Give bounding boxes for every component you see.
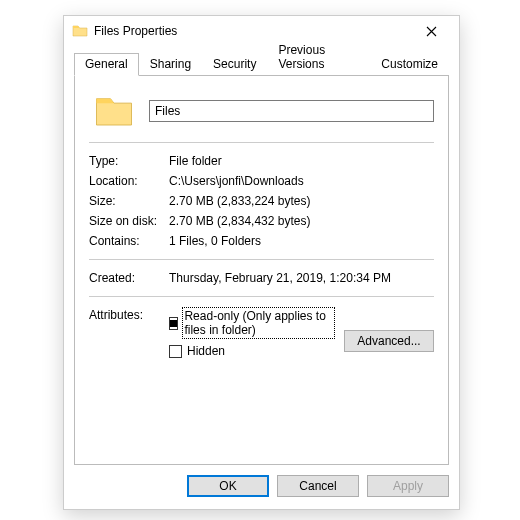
tab-customize[interactable]: Customize: [370, 53, 449, 76]
contains-label: Contains:: [89, 234, 169, 248]
close-button[interactable]: [411, 17, 451, 45]
type-value: File folder: [169, 154, 434, 168]
dialog-buttons: OK Cancel Apply: [64, 475, 459, 509]
advanced-button[interactable]: Advanced...: [344, 330, 434, 352]
hidden-checkbox-row[interactable]: Hidden: [169, 344, 334, 358]
tab-general[interactable]: General: [74, 53, 139, 76]
type-label: Type:: [89, 154, 169, 168]
tab-sharing[interactable]: Sharing: [139, 53, 202, 76]
properties-dialog: Files Properties General Sharing Securit…: [63, 15, 460, 510]
tab-security[interactable]: Security: [202, 53, 267, 76]
created-value: Thursday, February 21, 2019, 1:20:34 PM: [169, 271, 434, 285]
titlebar: Files Properties: [64, 16, 459, 46]
divider: [89, 296, 434, 297]
folder-name-input[interactable]: [149, 100, 434, 122]
readonly-label: Read-only (Only applies to files in fold…: [183, 308, 334, 338]
size-on-disk-value: 2.70 MB (2,834,432 bytes): [169, 214, 434, 228]
tab-panel-general: Type:File folder Location:C:\Users\jonfi…: [74, 76, 449, 465]
folder-icon-large: [93, 90, 135, 132]
size-on-disk-label: Size on disk:: [89, 214, 169, 228]
close-icon: [426, 26, 437, 37]
apply-button[interactable]: Apply: [367, 475, 449, 497]
tab-previous-versions[interactable]: Previous Versions: [267, 39, 370, 76]
divider: [89, 259, 434, 260]
ok-button[interactable]: OK: [187, 475, 269, 497]
location-label: Location:: [89, 174, 169, 188]
size-value: 2.70 MB (2,833,224 bytes): [169, 194, 434, 208]
readonly-checkbox-row[interactable]: Read-only (Only applies to files in fold…: [169, 308, 334, 338]
hidden-checkbox[interactable]: [169, 345, 182, 358]
contains-value: 1 Files, 0 Folders: [169, 234, 434, 248]
location-value: C:\Users\jonfi\Downloads: [169, 174, 434, 188]
tab-strip: General Sharing Security Previous Versio…: [64, 46, 459, 76]
readonly-checkbox[interactable]: [169, 317, 178, 330]
hidden-label: Hidden: [187, 344, 225, 358]
cancel-button[interactable]: Cancel: [277, 475, 359, 497]
size-label: Size:: [89, 194, 169, 208]
attributes-label: Attributes:: [89, 308, 169, 358]
window-title: Files Properties: [94, 24, 411, 38]
created-label: Created:: [89, 271, 169, 285]
folder-icon: [72, 23, 88, 39]
divider: [89, 142, 434, 143]
